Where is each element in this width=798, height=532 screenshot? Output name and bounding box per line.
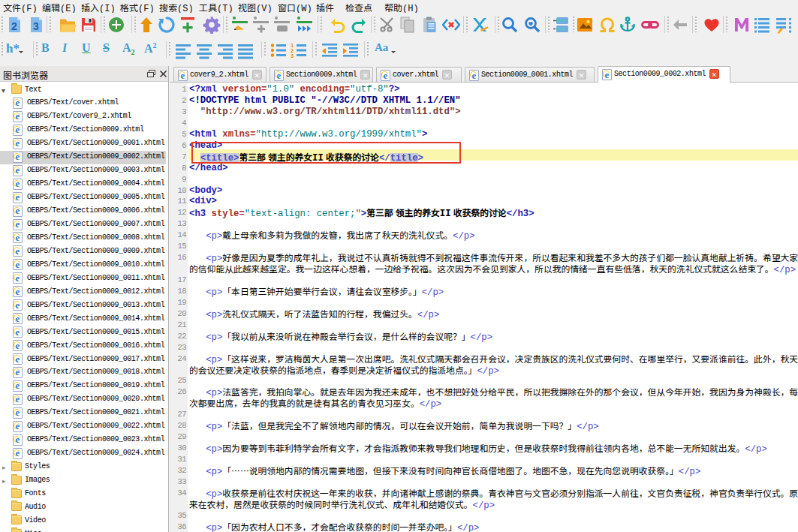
svg-text:3: 3 (33, 20, 39, 32)
svg-text:2: 2 (11, 20, 17, 32)
svg-text:3: 3 (291, 53, 294, 59)
